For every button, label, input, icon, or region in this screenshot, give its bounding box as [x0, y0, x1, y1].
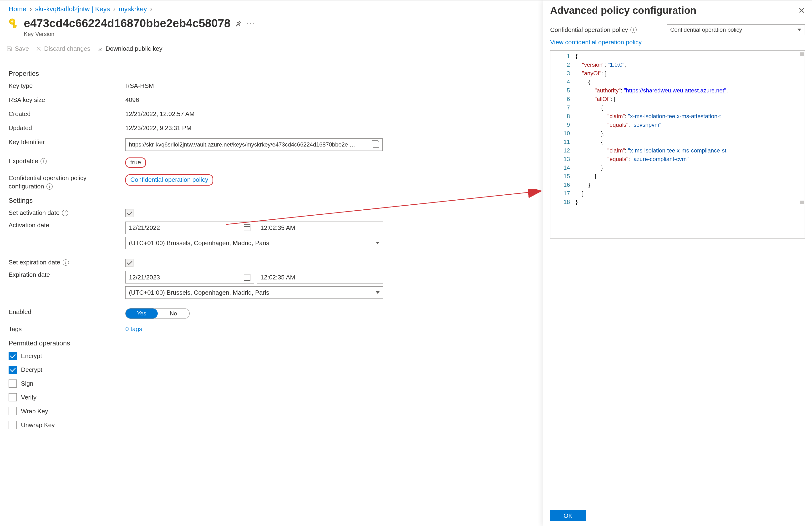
save-button[interactable]: Save: [6, 45, 29, 53]
copy-icon[interactable]: [373, 142, 379, 148]
calendar-icon: [244, 224, 250, 231]
sign-checkbox[interactable]: [9, 380, 17, 388]
svg-rect-3: [15, 25, 16, 26]
decrypt-label: Decrypt: [21, 366, 42, 374]
rsa-size-value: 4096: [125, 96, 139, 104]
chevron-right-icon: ›: [113, 5, 115, 13]
close-icon: [35, 46, 42, 52]
chevron-down-icon: [376, 291, 379, 294]
permitted-heading: Permitted operations: [9, 339, 532, 347]
tags-link[interactable]: 0 tags: [125, 325, 142, 333]
wrap-label: Wrap Key: [21, 408, 48, 415]
discard-label: Discard changes: [44, 45, 90, 53]
encrypt-label: Encrypt: [21, 352, 42, 360]
key-type-label: Key type: [9, 82, 125, 90]
toggle-no: No: [157, 308, 189, 319]
download-button[interactable]: Download public key: [97, 45, 162, 53]
download-label: Download public key: [105, 45, 162, 53]
activation-date-label: Activation date: [9, 221, 125, 229]
breadcrumb: Home › skr-kvq6srllol2jntw | Keys › mysk…: [9, 5, 532, 13]
created-value: 12/21/2022, 12:02:57 AM: [125, 110, 195, 118]
updated-label: Updated: [9, 125, 125, 132]
enabled-label: Enabled: [9, 308, 125, 316]
activation-timezone-select[interactable]: (UTC+01:00) Brussels, Copenhagen, Madrid…: [125, 237, 383, 249]
chevron-right-icon: ›: [30, 5, 32, 13]
verify-label: Verify: [21, 394, 37, 401]
set-activation-checkbox[interactable]: [125, 209, 133, 217]
confidential-policy-link[interactable]: Confidential operation policy: [130, 176, 208, 183]
policy-code-editor[interactable]: 123456789101112131415161718 { "version":…: [550, 50, 805, 238]
info-icon[interactable]: i: [630, 27, 637, 33]
unwrap-label: Unwrap Key: [21, 421, 55, 429]
discard-button[interactable]: Discard changes: [35, 45, 90, 53]
key-icon: [9, 18, 19, 29]
expiration-date-input[interactable]: 12/21/2023: [125, 271, 254, 283]
side-panel: Advanced policy configuration ✕ Confiden…: [543, 0, 812, 526]
key-identifier-value: https://skr-kvq6srllol2jntw.vault.azure.…: [129, 141, 355, 148]
more-icon[interactable]: ···: [246, 18, 256, 28]
save-icon: [6, 46, 12, 52]
expiration-time-input[interactable]: 12:02:35 AM: [257, 271, 383, 283]
breadcrumb-home[interactable]: Home: [9, 5, 27, 13]
settings-heading: Settings: [9, 197, 532, 204]
chevron-down-icon: [376, 242, 379, 244]
info-icon[interactable]: i: [62, 210, 68, 216]
info-icon[interactable]: i: [46, 184, 53, 190]
set-expiration-label: Set expiration date i: [9, 259, 125, 266]
sign-label: Sign: [21, 380, 33, 388]
expiration-date-label: Expiration date: [9, 271, 125, 278]
activation-date-input[interactable]: 12/21/2022: [125, 221, 254, 234]
panel-policy-select[interactable]: Confidential operation policy: [667, 24, 805, 35]
page-title: e473cd4c66224d16870bbe2eb4c58078: [24, 17, 230, 30]
code-content: { "version": "1.0.0", "anyOf": [ { "auth…: [574, 50, 728, 238]
save-label: Save: [15, 45, 29, 53]
exportable-value: true: [125, 158, 146, 168]
verify-checkbox[interactable]: [9, 393, 17, 401]
encrypt-checkbox[interactable]: [9, 352, 17, 360]
set-activation-label: Set activation date i: [9, 209, 125, 217]
info-icon[interactable]: i: [63, 260, 69, 266]
info-icon[interactable]: i: [41, 158, 47, 164]
properties-heading: Properties: [9, 70, 532, 77]
chevron-down-icon: [797, 29, 801, 31]
panel-field-label: Confidential operation policy i: [550, 26, 637, 33]
wrap-checkbox[interactable]: [9, 407, 17, 415]
close-icon[interactable]: ✕: [798, 6, 805, 15]
breadcrumb-key[interactable]: myskrkey: [119, 5, 147, 13]
scrollbar-thumb[interactable]: [800, 201, 804, 204]
confidential-policy-link-highlight: Confidential operation policy: [125, 174, 213, 186]
scrollbar-thumb[interactable]: [800, 53, 804, 56]
pin-icon[interactable]: [235, 20, 242, 27]
code-gutter: 123456789101112131415161718: [550, 50, 574, 238]
key-identifier-field[interactable]: https://skr-kvq6srllol2jntw.vault.azure.…: [125, 138, 383, 151]
main-content: Home › skr-kvq6srllol2jntw | Keys › mysk…: [0, 0, 541, 526]
created-label: Created: [9, 110, 125, 118]
toolbar: Save Discard changes Download public key: [6, 43, 532, 56]
svg-rect-4: [15, 27, 16, 28]
download-icon: [97, 46, 103, 52]
decrypt-checkbox[interactable]: [9, 366, 17, 374]
svg-point-1: [11, 20, 13, 23]
tags-label: Tags: [9, 325, 125, 333]
enabled-toggle[interactable]: Yes No: [125, 308, 190, 319]
unwrap-checkbox[interactable]: [9, 421, 17, 429]
confidential-policy-label: Confidential operation policy configurat…: [9, 174, 125, 190]
page-subtitle: Key Version: [24, 31, 532, 38]
ok-button[interactable]: OK: [550, 510, 586, 521]
key-type-value: RSA-HSM: [125, 82, 154, 90]
breadcrumb-vault[interactable]: skr-kvq6srllol2jntw | Keys: [35, 5, 110, 13]
chevron-right-icon: ›: [150, 5, 152, 13]
view-policy-link[interactable]: View confidential operation policy: [550, 39, 805, 46]
expiration-timezone-select[interactable]: (UTC+01:00) Brussels, Copenhagen, Madrid…: [125, 286, 383, 299]
panel-title: Advanced policy configuration: [550, 5, 696, 16]
updated-value: 12/23/2022, 9:23:31 PM: [125, 125, 191, 132]
key-identifier-label: Key Identifier: [9, 138, 125, 146]
exportable-label: Exportable i: [9, 158, 125, 165]
activation-time-input[interactable]: 12:02:35 AM: [257, 221, 383, 234]
calendar-icon: [244, 274, 250, 281]
toggle-yes: Yes: [126, 308, 158, 319]
rsa-size-label: RSA key size: [9, 96, 125, 104]
set-expiration-checkbox[interactable]: [125, 259, 133, 267]
